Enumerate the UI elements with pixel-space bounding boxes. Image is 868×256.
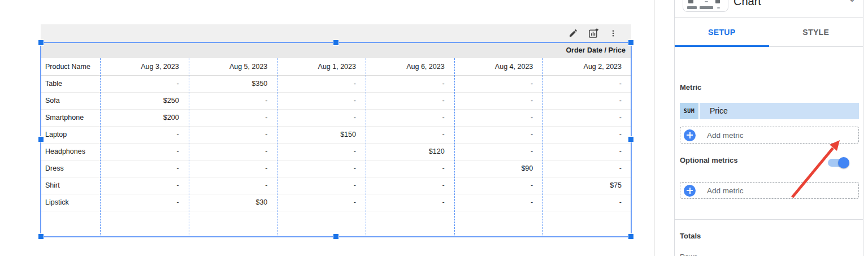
aggregation-badge[interactable]: SUM <box>680 103 698 119</box>
chart-type-picker[interactable]: Chart ⌄ <box>675 0 863 18</box>
selection-handle-sw[interactable] <box>38 234 44 239</box>
properties-panel: Chart ⌄ SETUP STYLE Metric SUM Price Add… <box>674 0 863 256</box>
toggle-knob <box>838 157 849 168</box>
chart-type-label: Chart <box>734 0 761 8</box>
edit-pencil-icon[interactable] <box>568 28 578 38</box>
section-divider <box>675 219 863 220</box>
plus-icon <box>684 129 696 141</box>
looker-studio-editor: Order Date / Price Product NameAug 3, 20… <box>0 0 868 256</box>
selection-handle-ne[interactable] <box>628 40 633 45</box>
chart-selection-frame[interactable] <box>40 42 632 237</box>
more-vert-icon[interactable] <box>609 29 618 38</box>
totals-rows-label: Rows <box>680 253 697 256</box>
selection-handle-w[interactable] <box>38 137 44 142</box>
plus-icon <box>684 185 696 197</box>
selection-handle-nw[interactable] <box>38 40 44 45</box>
pivot-table-chart-icon <box>683 0 728 12</box>
optional-metrics-label: Optional metrics <box>680 156 738 164</box>
selection-handle-n[interactable] <box>333 40 338 45</box>
chevron-down-icon: ⌄ <box>848 0 856 5</box>
canvas-right-edge <box>654 0 655 256</box>
selection-handle-e[interactable] <box>628 137 633 142</box>
panel-tabs: SETUP STYLE <box>675 18 863 47</box>
add-optional-metric-button[interactable]: Add metric <box>680 182 859 199</box>
metric-field-name[interactable]: Price <box>700 103 859 119</box>
chart-settings-icon[interactable] <box>588 28 599 39</box>
setup-tab-content: Metric SUM Price Add metric Optional met… <box>675 47 863 256</box>
metric-section-label: Metric <box>680 83 701 92</box>
selection-handle-s[interactable] <box>333 234 338 239</box>
add-metric-button[interactable]: Add metric <box>680 127 859 144</box>
totals-section-label: Totals <box>680 232 701 240</box>
optional-metrics-toggle[interactable] <box>828 159 848 167</box>
metric-chip[interactable]: SUM Price <box>680 103 859 119</box>
tab-setup[interactable]: SETUP <box>675 18 769 46</box>
selection-handle-se[interactable] <box>628 234 633 239</box>
chart-toolbar <box>41 24 631 42</box>
tab-style[interactable]: STYLE <box>769 18 863 46</box>
